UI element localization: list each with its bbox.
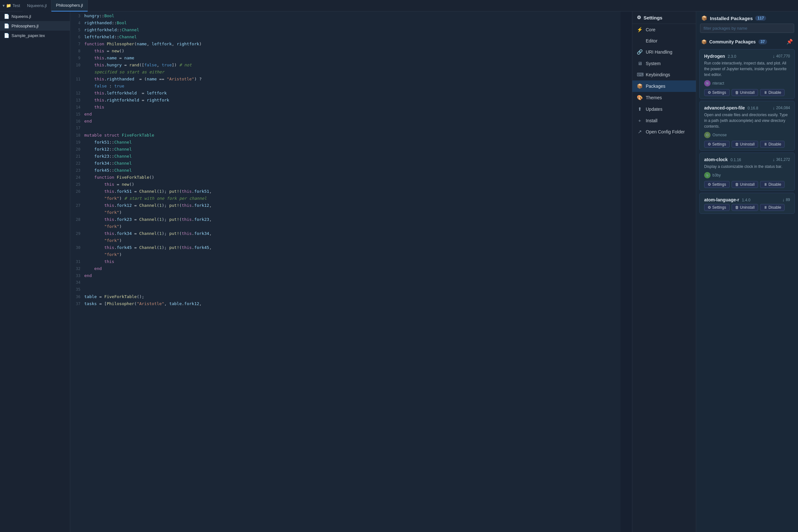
settings-nav-item-themes[interactable]: 🎨Themes — [632, 92, 696, 103]
pkg-top: Hydrogen 2.3.0 ↓ 407,770 — [704, 53, 790, 59]
pkg-actions: ⚙ Settings 🗑 Uninstall ⏸ Disable — [704, 204, 790, 211]
code-line: 37tasks = [Philosopher("Aristotle", tabl… — [70, 301, 621, 308]
line-number: 36 — [70, 294, 84, 300]
tab-philosophers[interactable]: Philosophers.jl — [51, 0, 88, 12]
line-content: this.fork12 = Channel(1); put!(this.fork… — [84, 202, 212, 209]
settings-title: Settings — [644, 15, 662, 20]
pkg-uninstall-button[interactable]: 🗑 Uninstall — [732, 204, 758, 211]
pkg-settings-button[interactable]: ⚙ Settings — [704, 181, 730, 188]
settings-nav-item-install[interactable]: +Install — [632, 115, 696, 126]
community-header: 📦 Community Packages 37 📌 — [696, 36, 798, 47]
settings-header: ⚙ Settings — [632, 12, 696, 24]
pkg-card-atom-clock: atom-clock 0.1.16 ↓ 361,272 Display a cu… — [699, 153, 795, 191]
line-content: function Philosopher(name, leftfork, rig… — [84, 41, 202, 48]
line-content: end — [84, 266, 102, 272]
updates-icon: ⬆ — [637, 106, 643, 112]
pkg-disable-button[interactable]: ⏸ Disable — [760, 181, 784, 188]
pkg-version: 0.1.16 — [730, 158, 741, 162]
code-line: 14 this — [70, 104, 621, 111]
line-content: "fork") — [84, 223, 121, 230]
pkg-top: atom-language-r 1.4.0 ↓ 89 — [704, 197, 790, 203]
settings-nav-item-openconfig[interactable]: ↗Open Config Folder — [632, 126, 696, 137]
settings-nav-label: Editor — [646, 38, 658, 43]
installed-packages-label: Installed Packages — [710, 16, 753, 21]
settings-nav-item-editor[interactable]: Editor — [632, 35, 696, 46]
pkg-version: 1.4.0 — [742, 198, 750, 202]
line-content: "fork") — [84, 251, 121, 258]
author-avatar: O — [704, 132, 710, 138]
pkg-uninstall-button[interactable]: 🗑 Uninstall — [732, 89, 758, 96]
code-line: 28 this.fork23 = Channel(1); put!(this.f… — [70, 216, 621, 223]
author-name: b3by — [712, 173, 721, 177]
line-content: this.leftforkheld = leftfork — [84, 90, 167, 97]
sidebar-item-nqueens[interactable]: 📄 Nqueens.jl — [0, 12, 70, 21]
code-line: 13 this.rightforkheld = rightfork — [70, 97, 621, 104]
settings-panel: ⚙ Settings ⚡CoreEditor🔗URI Handling🖥Syst… — [632, 12, 696, 532]
sidebar-item-sample[interactable]: 📄 Sample_paper.tex — [0, 31, 70, 40]
line-number: 18 — [70, 132, 84, 138]
community-title: 📦 Community Packages 37 — [701, 39, 767, 44]
pkg-disable-button[interactable]: ⏸ Disable — [760, 204, 784, 211]
line-content: fork45::Channel — [84, 167, 132, 174]
line-content: this.fork34 = Channel(1); put!(this.fork… — [84, 230, 212, 237]
pkg-top: atom-clock 0.1.16 ↓ 361,272 — [704, 157, 790, 163]
pkg-disable-button[interactable]: ⏸ Disable — [760, 89, 784, 96]
community-label: Community Packages — [709, 39, 756, 44]
line-content: this = new() — [84, 181, 134, 188]
download-arrow-icon: ↓ — [782, 197, 784, 202]
pkg-disable-button[interactable]: ⏸ Disable — [760, 141, 784, 148]
pkg-downloads: ↓ 407,770 — [773, 54, 790, 59]
settings-nav-item-core[interactable]: ⚡Core — [632, 24, 696, 35]
line-content: this.fork51 = Channel(1); put!(this.fork… — [84, 188, 212, 195]
settings-nav-item-keybindings[interactable]: ⌨Keybindings — [632, 69, 696, 80]
sidebar-item-philosophers[interactable]: 📄 Philosophers.jl — [0, 21, 70, 31]
line-number: 27 — [70, 203, 84, 209]
line-content: table = FiveForkTable(); — [84, 293, 144, 300]
pkg-uninstall-button[interactable]: 🗑 Uninstall — [732, 141, 758, 148]
code-line: 36table = FiveForkTable(); — [70, 293, 621, 301]
file-icon: 📄 — [4, 33, 9, 38]
line-number: 33 — [70, 273, 84, 279]
code-editor[interactable]: 3hungry::Bool4righthanded::Bool5rightfor… — [70, 12, 621, 532]
line-content: mutable struct FiveForkTable — [84, 132, 154, 139]
settings-nav-item-uri[interactable]: 🔗URI Handling — [632, 46, 696, 58]
code-line: specified so start as either — [70, 69, 621, 76]
pkg-card-hydrogen: Hydrogen 2.3.0 ↓ 407,770 Run code intera… — [699, 49, 795, 99]
tab-nqueens[interactable]: Nqueens.jl — [23, 0, 51, 12]
pkg-settings-button[interactable]: ⚙ Settings — [704, 141, 730, 148]
download-arrow-icon: ↓ — [773, 105, 775, 110]
line-number: 9 — [70, 55, 84, 61]
packages-panel[interactable]: 📦 Installed Packages 117 📦 Community Pac… — [696, 12, 798, 532]
settings-nav-item-packages[interactable]: 📦Packages — [632, 80, 696, 92]
pkg-settings-button[interactable]: ⚙ Settings — [704, 204, 730, 211]
line-number: 28 — [70, 217, 84, 223]
system-icon: 🖥 — [637, 61, 643, 66]
code-line: 8 this = new() — [70, 48, 621, 55]
code-line: 3hungry::Bool — [70, 13, 621, 20]
settings-nav-item-system[interactable]: 🖥System — [632, 58, 696, 69]
search-input[interactable] — [700, 24, 794, 33]
pkg-actions: ⚙ Settings 🗑 Uninstall ⏸ Disable — [704, 141, 790, 148]
community-count-badge: 37 — [758, 39, 767, 44]
line-content: righthanded::Bool — [84, 20, 127, 26]
line-content: end — [84, 111, 92, 118]
settings-nav-label: Packages — [646, 83, 665, 89]
line-content: "fork") — [84, 209, 121, 216]
code-line: 12 this.leftforkheld = leftfork — [70, 90, 621, 97]
line-content: fork23::Channel — [84, 153, 132, 160]
code-line: 25 this = new() — [70, 181, 621, 188]
line-number: 14 — [70, 104, 84, 110]
pkg-uninstall-button[interactable]: 🗑 Uninstall — [732, 181, 758, 188]
line-content: "fork") # start with one fork per channe… — [84, 195, 207, 202]
line-content: fork34::Channel — [84, 160, 132, 167]
line-number: 19 — [70, 139, 84, 146]
download-count: 361,272 — [776, 157, 790, 162]
sidebar: 📄 Nqueens.jl 📄 Philosophers.jl 📄 Sample_… — [0, 12, 70, 532]
line-number: 22 — [70, 160, 84, 167]
pkg-settings-button[interactable]: ⚙ Settings — [704, 89, 730, 96]
code-line: 23 fork45::Channel — [70, 167, 621, 174]
pkg-actions: ⚙ Settings 🗑 Uninstall ⏸ Disable — [704, 181, 790, 188]
settings-nav-item-updates[interactable]: ⬆Updates — [632, 103, 696, 115]
chevron-icon: ▾ — [3, 3, 5, 8]
packages-header: 📦 Installed Packages 117 — [696, 12, 798, 24]
